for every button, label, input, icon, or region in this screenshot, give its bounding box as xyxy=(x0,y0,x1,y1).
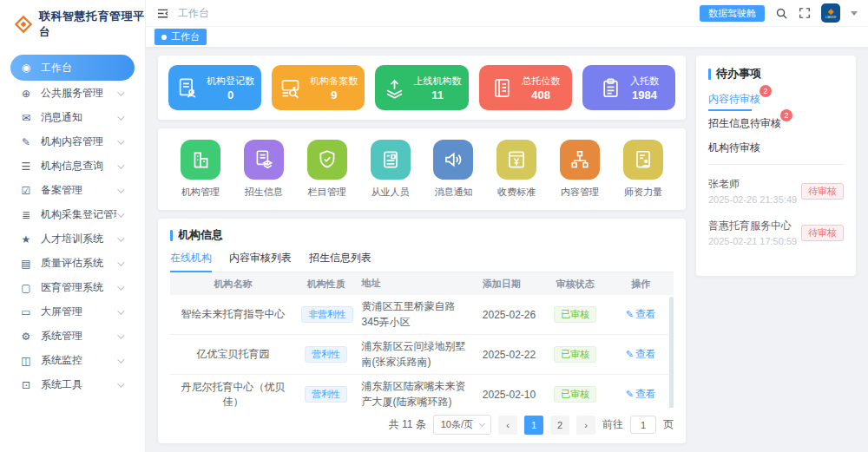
sidebar-item[interactable]: ⊕ 公共服务管理 xyxy=(10,82,135,105)
title-accent xyxy=(708,69,711,80)
edit-icon: ✎ xyxy=(626,309,634,319)
todo-tab[interactable]: 机构待审核 xyxy=(708,141,760,157)
stat-label: 总托位数 xyxy=(522,75,560,88)
sidebar-item[interactable]: ☰ 机构信息查询 xyxy=(10,154,135,178)
sidebar-item[interactable]: ◉ 工作台 xyxy=(10,55,135,81)
column-header: 审核状态 xyxy=(542,274,608,294)
todo-list-item[interactable]: 张老师 2025-02-26 21:35:49 待审核 xyxy=(708,170,844,212)
sidebar-item[interactable]: ▭ 大屏管理 xyxy=(10,300,135,324)
upload-layers-icon xyxy=(383,76,406,100)
app-message-notice[interactable]: 消息通知 xyxy=(426,140,480,199)
app-org-management[interactable]: 机构管理 xyxy=(174,140,227,199)
stat-org-filed[interactable]: 机构备案数 9 xyxy=(272,65,365,110)
stat-total-slots[interactable]: 总托位数 408 xyxy=(479,65,572,110)
sidebar-item-label: 消息通知 xyxy=(41,110,117,125)
sidebar-item-label: 系统监控 xyxy=(41,353,117,368)
user-menu-caret-icon[interactable] xyxy=(851,11,858,16)
app-fee-standards[interactable]: 收费标准 xyxy=(490,140,543,199)
app-column-management[interactable]: 栏目管理 xyxy=(300,140,354,199)
todo-tabs: 内容待审核 2 招生信息待审核 2 机构待审核 xyxy=(708,92,844,165)
app-practitioners[interactable]: 从业人员 xyxy=(364,140,418,199)
todo-list-item[interactable]: 普惠托育服务中心 2025-02-21 17:50:59 待审核 xyxy=(708,212,844,253)
pagination: 共 11 条 10条/页 ‹ 1 2 › 前往 页 xyxy=(170,408,674,435)
chevron-down-icon xyxy=(117,283,124,290)
view-link[interactable]: ✎查看 xyxy=(626,308,656,320)
sidebar-menu: ◉ 工作台 ⊕ 公共服务管理 ✉ 消息通知 ✎ 机构内容管理 xyxy=(0,49,145,403)
chevron-down-icon xyxy=(117,186,124,193)
tab-content-review-list[interactable]: 内容审核列表 xyxy=(229,251,292,272)
sidebar-item[interactable]: ▤ 质量评估系统 xyxy=(10,252,135,275)
table-body: 智绘未来托育指导中心 非营利性 黄浦区五里桥蒙自路345弄小区 2025-02-… xyxy=(170,295,674,408)
todo-item-name: 张老师 xyxy=(708,177,797,192)
top-header: 工作台 数据驾驶舱 ◆ LIANKE xyxy=(146,0,868,26)
chevron-down-icon xyxy=(479,421,485,427)
column-header: 机构性质 xyxy=(296,274,357,294)
stat-value: 9 xyxy=(310,88,358,102)
page-button-1[interactable]: 1 xyxy=(524,416,543,435)
stat-enrolled[interactable]: 入托数 1984 xyxy=(582,65,675,110)
sidebar-item-label: 工作台 xyxy=(41,61,126,75)
stat-org-online[interactable]: 上线机构数 11 xyxy=(375,65,468,110)
sidebar-item-label: 机构采集登记管理 xyxy=(41,207,117,222)
chevron-down-icon xyxy=(117,137,124,144)
stat-org-registered[interactable]: 机构登记数 0 xyxy=(168,65,261,110)
sidebar-item[interactable]: ✎ 机构内容管理 xyxy=(10,130,135,154)
sidebar-item-icon: ✉ xyxy=(19,112,33,124)
sidebar-item-icon: ⊡ xyxy=(19,379,33,391)
building-icon xyxy=(189,148,212,171)
prev-page-button[interactable]: ‹ xyxy=(498,416,517,435)
goto-page-input[interactable] xyxy=(630,416,656,434)
chevron-down-icon xyxy=(117,356,124,363)
tab-online-orgs[interactable]: 在线机构 xyxy=(170,251,212,272)
sidebar-item[interactable]: ▢ 医育管理系统 xyxy=(10,276,135,299)
sidebar-item[interactable]: ✉ 消息通知 xyxy=(10,106,135,129)
yen-doc-icon xyxy=(505,148,528,171)
avatar[interactable]: ◆ LIANKE xyxy=(821,3,840,23)
page-size-select[interactable]: 10条/页 xyxy=(433,415,491,435)
page-button-2[interactable]: 2 xyxy=(550,416,569,435)
sidebar-item[interactable]: ☑ 备案管理 xyxy=(10,179,135,202)
edit-icon: ✎ xyxy=(626,349,634,359)
todo-tab-label: 招生信息待审核 xyxy=(708,117,781,129)
sidebar: 联科智慧托育管理平台 ◉ 工作台 ⊕ 公共服务管理 ✉ 消息通知 ✎ xyxy=(0,0,146,452)
todo-item-name: 普惠托育服务中心 xyxy=(708,219,797,233)
next-page-button[interactable]: › xyxy=(576,416,595,435)
speaker-icon xyxy=(442,148,464,171)
view-link[interactable]: ✎查看 xyxy=(626,388,656,400)
sidebar-item[interactable]: ★ 人才培训系统 xyxy=(10,227,135,251)
sidebar-item[interactable]: ◫ 系统监控 xyxy=(10,349,135,372)
id-doc-icon xyxy=(379,148,402,171)
todo-tab[interactable]: 招生信息待审核 2 xyxy=(708,116,781,133)
tab-enrollment-list[interactable]: 招生信息列表 xyxy=(309,251,372,272)
stat-value: 11 xyxy=(414,88,462,102)
search-icon[interactable] xyxy=(775,7,788,20)
todo-tab[interactable]: 内容待审核 2 xyxy=(708,92,760,108)
app-teacher-resources[interactable]: 师资力量 xyxy=(616,140,670,199)
table-row[interactable]: 智绘未来托育指导中心 非营利性 黄浦区五里桥蒙自路345弄小区 2025-02-… xyxy=(170,295,674,335)
todo-panel: 待办事项 内容待审核 2 招生信息待审核 2 xyxy=(696,56,856,276)
view-link[interactable]: ✎查看 xyxy=(626,348,656,360)
active-dot-icon xyxy=(161,35,167,40)
sidebar-item-icon: ≣ xyxy=(19,209,33,221)
chevron-down-icon xyxy=(117,307,124,314)
sidebar-item[interactable]: ⊡ 系统工具 xyxy=(10,373,135,396)
tab-workbench[interactable]: 工作台 xyxy=(155,29,207,45)
sidebar-collapse-icon[interactable] xyxy=(156,7,169,20)
badge-count: 2 xyxy=(780,109,792,121)
sidebar-item-icon: ☑ xyxy=(19,185,33,197)
status-badge: 已审核 xyxy=(554,346,596,363)
clipboard-icon xyxy=(599,76,622,100)
table-row[interactable]: 丹尼尔托育中心（优贝佳） 营利性 浦东新区陆家嘴未来资产大厦(陆家嘴环路) 20… xyxy=(170,375,674,408)
sidebar-item[interactable]: ⚙ 系统管理 xyxy=(10,324,135,348)
breadcrumb: 工作台 xyxy=(178,6,209,21)
data-cockpit-button[interactable]: 数据驾驶舱 xyxy=(700,5,765,22)
sidebar-item-icon: ★ xyxy=(19,233,33,246)
table-scrollbar[interactable] xyxy=(669,297,674,408)
app-content-management[interactable]: 内容管理 xyxy=(553,140,607,199)
fullscreen-icon[interactable] xyxy=(799,7,811,19)
app-enrollment-info[interactable]: 招生信息 xyxy=(237,140,291,199)
org-address: 浦东新区云间绿地别墅南(张家浜路南) xyxy=(357,336,477,373)
sidebar-item[interactable]: ≣ 机构采集登记管理 xyxy=(10,203,135,226)
todo-tab-label: 机构待审核 xyxy=(708,141,760,154)
table-row[interactable]: 亿优宝贝托育园 营利性 浦东新区云间绿地别墅南(张家浜路南) 2025-02-2… xyxy=(170,335,674,375)
